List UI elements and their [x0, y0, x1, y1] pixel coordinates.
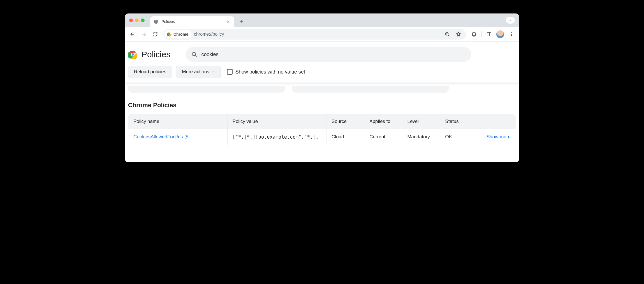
checkbox-icon	[227, 69, 233, 75]
th-status: Status	[440, 114, 478, 129]
side-panel-icon[interactable]	[484, 29, 494, 39]
policy-level-cell: Mandatory	[402, 129, 440, 145]
policies-table: Policy name Policy value Source Applies …	[128, 114, 516, 145]
th-applies-to: Applies to	[364, 114, 402, 129]
page-title: Policies	[142, 50, 170, 59]
svg-point-8	[511, 35, 512, 36]
svg-rect-5	[487, 33, 491, 36]
reload-button[interactable]	[150, 29, 160, 39]
policy-search[interactable]	[186, 47, 471, 62]
site-chip-label: Chrome	[173, 32, 188, 36]
policy-source-cell: Cloud	[326, 129, 364, 145]
external-link-icon	[184, 135, 188, 139]
th-policy-value: Policy value	[227, 114, 326, 129]
page-content: Policies Reload policies More actions	[125, 42, 519, 162]
chrome-logo-icon	[128, 50, 138, 59]
maximize-window-button[interactable]	[141, 19, 145, 22]
kebab-menu-icon[interactable]	[506, 29, 516, 39]
profile-avatar[interactable]	[495, 29, 505, 39]
globe-icon	[154, 19, 159, 24]
browser-tab[interactable]: Policies	[150, 16, 234, 27]
th-source: Source	[326, 114, 364, 129]
policy-status-cell: OK	[440, 129, 478, 145]
show-no-value-label: Show policies with no value set	[235, 69, 305, 75]
new-tab-button[interactable]	[238, 17, 245, 25]
svg-point-6	[511, 32, 512, 33]
table-row: CookiesAllowedForUrls ["*,[*.]foo.exampl…	[128, 129, 516, 145]
reload-policies-button[interactable]: Reload policies	[128, 66, 172, 78]
policy-search-input[interactable]	[201, 52, 466, 58]
search-icon	[191, 51, 197, 58]
svg-point-3	[169, 34, 170, 35]
address-bar[interactable]: Chrome chrome://policy	[163, 29, 466, 40]
svg-point-11	[132, 53, 134, 56]
site-chip[interactable]: Chrome	[165, 30, 192, 38]
browser-window: Policies Chrome	[125, 13, 519, 162]
th-actions	[478, 114, 516, 129]
th-policy-name: Policy name	[128, 114, 228, 129]
close-window-button[interactable]	[129, 19, 133, 22]
forward-button[interactable]	[139, 29, 149, 39]
show-more-link[interactable]: Show more	[487, 134, 511, 139]
policy-name-link[interactable]: CookiesAllowedForUrls	[133, 134, 188, 140]
minimize-window-button[interactable]	[135, 19, 139, 22]
more-actions-label: More actions	[182, 69, 209, 75]
th-level: Level	[402, 114, 440, 129]
back-button[interactable]	[128, 29, 138, 39]
table-header-row: Policy name Policy value Source Applies …	[128, 114, 516, 129]
chrome-icon	[167, 32, 172, 37]
show-no-value-checkbox[interactable]: Show policies with no value set	[227, 69, 305, 75]
extensions-icon[interactable]	[469, 29, 479, 39]
svg-point-7	[511, 34, 512, 35]
info-card-stub	[292, 86, 449, 93]
tab-title: Policies	[161, 19, 223, 24]
reload-policies-label: Reload policies	[134, 69, 166, 75]
policy-value-cell: ["*,[*.]foo.example.com","*,[*.…	[227, 129, 326, 145]
policy-name-text: CookiesAllowedForUrls	[133, 134, 183, 140]
zoom-icon[interactable]	[442, 29, 452, 39]
section-title: Chrome Policies	[128, 102, 516, 109]
close-tab-button[interactable]	[225, 19, 231, 24]
info-cards-row	[128, 86, 516, 93]
policy-applies-cell: Current …	[364, 129, 402, 145]
toolbar-divider	[481, 31, 482, 37]
tab-strip: Policies	[125, 13, 519, 27]
more-actions-button[interactable]: More actions	[176, 66, 221, 78]
bookmark-icon[interactable]	[453, 29, 464, 39]
svg-point-12	[192, 52, 196, 56]
page-header: Policies Reload policies More actions	[125, 42, 519, 83]
browser-toolbar: Chrome chrome://policy	[125, 27, 519, 42]
window-controls	[129, 19, 145, 22]
tab-search-button[interactable]	[506, 17, 515, 24]
info-card-stub	[128, 86, 285, 93]
url-text: chrome://policy	[194, 32, 224, 37]
chevron-down-icon	[212, 70, 215, 74]
